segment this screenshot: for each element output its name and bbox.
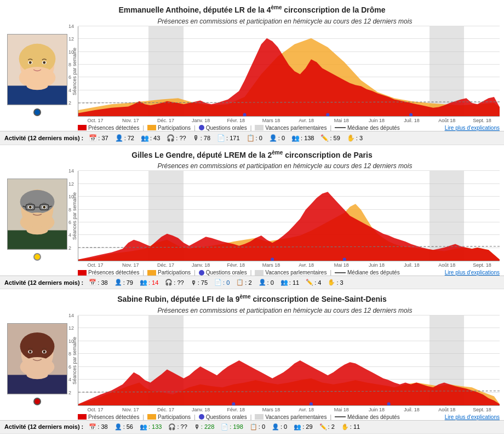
legend-legendre: Présences détectées | Participations | Q…	[70, 269, 500, 275]
photo-col-rubin	[4, 307, 70, 405]
activity-bar-rubin: Activité (12 derniers mois) : 📅: 38 👤: 5…	[0, 420, 504, 433]
deputy-legendre: Gilles Le Gendre, député LREM de la 2ème…	[0, 145, 504, 290]
svg-point-7	[43, 61, 45, 64]
legend-color-vacances	[255, 125, 264, 130]
chart-container-rubin: Présences en commissions et participatio…	[70, 307, 500, 420]
legend-presences-3: Présences détectées	[78, 414, 139, 420]
activity-label-rubin: Activité (12 derniers mois) :	[4, 423, 83, 430]
legend-participations: Participations	[147, 125, 191, 131]
chart-title-anthoine: Présences en commissions et participatio…	[70, 18, 500, 25]
chart-inner-rubin: 2 4 6 8 10 12 14	[78, 315, 500, 406]
activity-item-7: 👤: 0	[269, 134, 285, 142]
al-0: 📅: 38	[89, 279, 107, 286]
ar-3: 🎧: ??	[168, 423, 187, 430]
photo-col-legendre	[4, 162, 70, 261]
legend-anthoine: Présences détectées | Participations | Q…	[70, 125, 500, 131]
legend-presences-2: Présences détectées	[78, 269, 139, 275]
ar-7: 👤: 0	[272, 423, 287, 430]
activity-item-8: 👥: 138	[291, 134, 314, 142]
svg-point-6	[29, 61, 32, 64]
legend-vacances-3: Vacances parlementaires	[255, 414, 327, 420]
ar-5: 📄: 198	[221, 423, 243, 430]
party-dot-legendre	[33, 253, 41, 261]
deputy-legendre-title: Gilles Le Gendre, député LREM de la 2ème…	[0, 150, 504, 159]
legend-line-mediane	[335, 127, 346, 128]
svg-marker-32	[78, 192, 500, 261]
activity-label-anthoine: Activité (12 derniers mois) :	[4, 135, 83, 141]
activity-item-0: 📅: 37	[89, 134, 108, 142]
al-3: 🎧: ??	[165, 279, 184, 286]
deputy-anthoine-title: Emmanuelle Anthoine, députée LR de la 4è…	[0, 4, 504, 14]
legend-questions: Questions orales	[199, 125, 247, 131]
chart-container-anthoine: Présences en commissions et participatio…	[70, 18, 500, 131]
al-7: 👤: 0	[259, 279, 274, 286]
deputy-anthoine: Emmanuelle Anthoine, députée LR de la 4è…	[0, 0, 504, 145]
chart-wrapper-legendre: Séances par semaine 2 4 6 8 10 12 14	[70, 171, 500, 261]
legend-color-participations	[147, 125, 156, 130]
al-9: ✏️: 4	[306, 279, 321, 286]
party-dot-anthoine	[33, 108, 41, 116]
al-10: ✋: 3	[328, 279, 343, 286]
chart-area-anthoine: Présences en commissions et participatio…	[0, 18, 504, 131]
legend-vacances-2: Vacances parlementaires	[255, 269, 327, 275]
photo-rubin	[7, 323, 67, 394]
x-axis-rubin: Oct. 17 Nov. 17 Déc. 17 Janv. 18 Févr. 1…	[78, 406, 500, 412]
activity-item-2: 👥: 43	[141, 134, 160, 142]
svg-point-45	[26, 371, 48, 380]
legend-link-rubin[interactable]: Lire plus d'explications	[445, 414, 500, 420]
ar-6: 📋: 0	[250, 423, 265, 430]
legend-questions-3: Questions orales	[199, 414, 247, 420]
legend-rubin: Présences détectées | Participations | Q…	[70, 414, 500, 420]
photo-col-anthoine	[4, 18, 70, 116]
party-dot-rubin	[33, 398, 41, 405]
chart-inner-legendre: 2 4 6 8 10 12 14	[78, 171, 500, 261]
ar-10: ✋: 11	[341, 423, 360, 430]
x-axis-anthoine: Oct. 17 Nov. 17 Déc. 17 Janv. 18 Févr. 1…	[78, 117, 500, 123]
ar-4: 🎙: 228	[194, 423, 214, 430]
legend-mediane: Médiane des députés	[335, 125, 400, 131]
svg-point-43	[43, 351, 45, 353]
ar-8: 👥: 29	[294, 423, 312, 430]
ar-1: 👤: 56	[114, 423, 133, 430]
activity-item-5: 📄: 171	[217, 134, 239, 142]
svg-point-30	[26, 226, 48, 235]
activity-item-4: 🎙: 78	[193, 134, 210, 142]
svg-marker-47	[78, 360, 500, 405]
chart-wrapper-rubin: Séances par semaine 2 4 6 8 10 12 14	[70, 315, 500, 406]
legend-color-presences	[78, 125, 87, 130]
activity-item-1: 👤: 72	[115, 134, 134, 142]
deputy-rubin: Sabine Rubin, députée LFI de la 9ème cir…	[0, 289, 504, 434]
svg-point-23	[43, 206, 45, 209]
chart-title-rubin: Présences en commissions et participatio…	[70, 307, 500, 314]
legend-mediane-3: Médiane des députés	[335, 414, 400, 420]
activity-item-3: 🎧: ??	[167, 134, 186, 142]
ar-0: 📅: 38	[89, 423, 107, 430]
ar-9: ✏️: 2	[319, 423, 335, 430]
svg-point-18	[20, 190, 55, 214]
activity-item-10: ✋: 3	[347, 134, 363, 142]
svg-point-42	[29, 351, 32, 353]
activity-item-9: ✏️: 59	[320, 134, 340, 142]
chart-wrapper-anthoine: Séances par semaine 2 4 6 8 10 12 14	[70, 26, 500, 117]
legend-mediane-2: Médiane des députés	[335, 269, 400, 275]
activity-bar-anthoine: Activité (12 derniers mois) : 📅: 37 👤: 7…	[0, 131, 504, 145]
ar-2: 👥: 133	[140, 423, 162, 430]
chart-inner-anthoine: 2 4 6 8 10 12 14	[78, 26, 500, 117]
legend-link-anthoine[interactable]: Lire plus d'explications	[445, 125, 500, 131]
activity-label-legendre: Activité (12 derniers mois) :	[4, 279, 83, 286]
legend-presences: Présences détectées	[78, 125, 139, 131]
al-6: 📋: 2	[236, 279, 251, 286]
svg-point-9	[26, 81, 48, 90]
chart-area-legendre: Présences en commissions et participatio…	[0, 162, 504, 275]
photo-legendre	[7, 179, 67, 250]
legend-participations-3: Participations	[147, 414, 191, 420]
al-1: 👤: 79	[114, 279, 133, 286]
legend-link-legendre[interactable]: Lire plus d'explications	[445, 269, 500, 275]
legend-questions-2: Questions orales	[199, 269, 247, 275]
legend-participations-2: Participations	[147, 269, 191, 275]
chart-title-legendre: Présences en commissions et participatio…	[70, 162, 500, 170]
x-axis-legendre: Oct. 17 Nov. 17 Déc. 17 Janv. 18 Févr. 1…	[78, 261, 500, 268]
svg-point-38	[20, 332, 55, 360]
photo-anthoine	[7, 34, 67, 105]
al-4: 🎙: 75	[191, 279, 208, 286]
